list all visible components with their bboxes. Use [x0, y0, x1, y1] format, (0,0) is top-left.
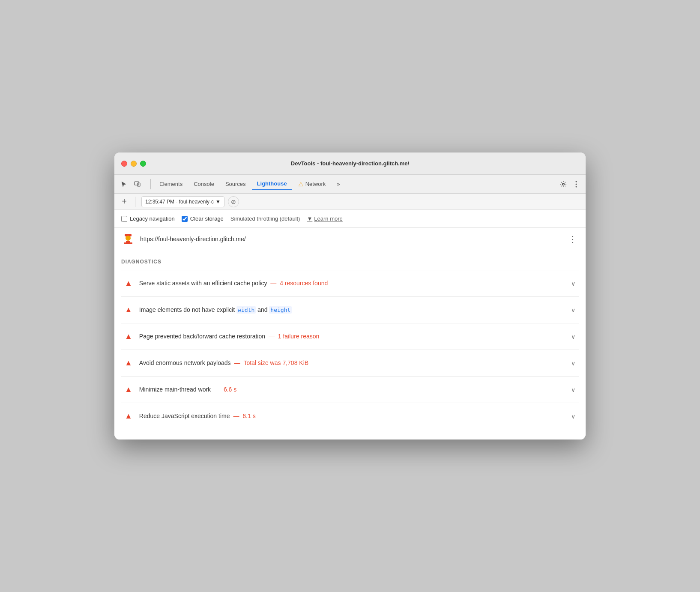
legacy-nav-input[interactable] [121, 216, 127, 222]
throttling-label: Simulated throttling (default) [230, 215, 300, 222]
warning-icon: ▲ [125, 412, 132, 421]
settings-icon[interactable] [557, 178, 569, 190]
secondary-bar: + 12:35:47 PM - foul-heavenly-c ▼ ⊘ [114, 194, 586, 210]
tab-sources[interactable]: Sources [220, 178, 251, 190]
page-url: https://foul-heavenly-direction.glitch.m… [140, 236, 562, 242]
tab-divider-right [349, 179, 349, 189]
clear-storage-input[interactable] [182, 216, 188, 222]
secondary-divider [135, 197, 135, 207]
traffic-lights [121, 161, 146, 167]
learn-more-button[interactable]: ▼ Learn more [307, 215, 342, 222]
diagnostic-item-cache-policy[interactable]: ▲ Serve static assets with an efficient … [121, 270, 579, 296]
tab-lighthouse[interactable]: Lighthouse [252, 178, 292, 190]
svg-point-7 [126, 236, 131, 241]
more-options-icon[interactable] [570, 178, 582, 190]
diagnostic-item-bfcache[interactable]: ▲ Page prevented back/forward cache rest… [121, 323, 579, 350]
url-dropdown[interactable]: 12:35:47 PM - foul-heavenly-c ▼ [141, 196, 224, 207]
main-content: DIAGNOSTICS ▲ Serve static assets with a… [114, 250, 586, 440]
tabbar: Elements Console Sources Lighthouse ⚠ Ne… [114, 175, 586, 194]
lighthouse-logo-icon [121, 232, 135, 246]
diagnostic-item-image-dimensions[interactable]: ▲ Image elements do not have explicit wi… [121, 296, 579, 323]
svg-point-5 [576, 186, 577, 187]
minimize-button[interactable] [131, 161, 137, 167]
url-more-icon[interactable]: ⋮ [567, 233, 579, 245]
warning-icon: ▲ [125, 332, 132, 341]
warning-icon: ▲ [125, 385, 132, 394]
window-title: DevTools - foul-heavenly-direction.glitc… [291, 160, 409, 167]
diagnostic-item-network-payloads[interactable]: ▲ Avoid enormous network payloads — Tota… [121, 350, 579, 376]
tabbar-right [557, 178, 582, 190]
chevron-down-icon: ▼ [307, 215, 312, 222]
diagnostic-text-network-payloads: Avoid enormous network payloads — Total … [139, 359, 564, 368]
tab-network[interactable]: ⚠ Network [293, 178, 331, 190]
tab-elements[interactable]: Elements [154, 178, 188, 190]
chevron-down-icon: ∨ [571, 386, 575, 393]
chevron-down-icon: ∨ [571, 413, 575, 420]
titlebar: DevTools - foul-heavenly-direction.glitc… [114, 152, 586, 175]
chevron-down-icon: ∨ [571, 307, 575, 314]
svg-point-2 [562, 183, 564, 185]
devtools-window: DevTools - foul-heavenly-direction.glitc… [114, 152, 586, 440]
clear-storage-checkbox[interactable]: Clear storage [182, 215, 224, 222]
diagnostic-text-image-dimensions: Image elements do not have explicit widt… [139, 306, 564, 314]
diagnostic-text-main-thread: Minimize main-thread work — 6.6 s [139, 386, 564, 394]
svg-rect-9 [124, 242, 132, 244]
options-bar: Legacy navigation Clear storage Simulate… [114, 210, 586, 228]
chevron-down-icon: ∨ [571, 333, 575, 340]
add-button[interactable]: + [120, 197, 129, 206]
dropdown-arrow-icon: ▼ [215, 199, 221, 205]
cursor-icon[interactable] [118, 178, 130, 190]
diagnostic-text-bfcache: Page prevented back/forward cache restor… [139, 332, 564, 341]
maximize-button[interactable] [140, 161, 146, 167]
svg-point-3 [576, 181, 577, 182]
block-icon[interactable]: ⊘ [228, 196, 239, 207]
network-warning-icon: ⚠ [298, 181, 304, 188]
close-button[interactable] [121, 161, 127, 167]
url-bar: https://foul-heavenly-direction.glitch.m… [114, 228, 586, 250]
svg-rect-0 [135, 182, 139, 185]
tab-divider [150, 179, 151, 189]
tab-console[interactable]: Console [188, 178, 219, 190]
legacy-nav-checkbox[interactable]: Legacy navigation [121, 215, 175, 222]
svg-point-4 [576, 183, 577, 185]
diagnostic-item-main-thread[interactable]: ▲ Minimize main-thread work — 6.6 s ∨ [121, 376, 579, 403]
warning-icon: ▲ [125, 305, 132, 314]
diagnostics-title: DIAGNOSTICS [121, 250, 579, 270]
diagnostic-text-cache-policy: Serve static assets with an efficient ca… [139, 279, 564, 288]
devtools-icons [118, 178, 144, 190]
device-icon[interactable] [132, 178, 144, 190]
chevron-down-icon: ∨ [571, 280, 575, 287]
diagnostic-item-js-execution[interactable]: ▲ Reduce JavaScript execution time — 6.1… [121, 403, 579, 429]
tab-more[interactable]: » [332, 178, 345, 190]
diagnostic-text-js-execution: Reduce JavaScript execution time — 6.1 s [139, 412, 564, 421]
warning-icon: ▲ [125, 279, 132, 288]
chevron-down-icon: ∨ [571, 360, 575, 367]
warning-icon: ▲ [125, 359, 132, 368]
